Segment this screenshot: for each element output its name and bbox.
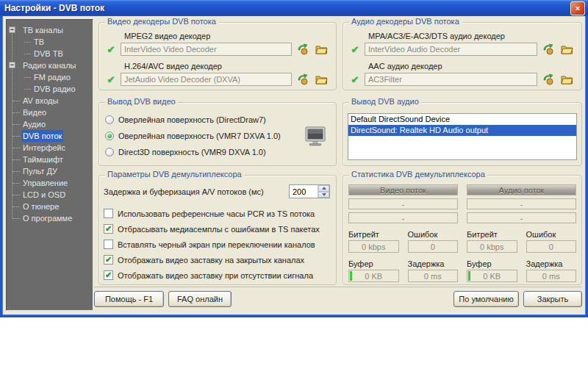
filter-properties-icon <box>297 73 309 85</box>
status-ok-icon: ✔ <box>105 74 117 85</box>
sidebar-item-control[interactable]: Управление <box>7 177 93 189</box>
sidebar-item-label[interactable]: Видео <box>21 107 48 118</box>
checkbox-splash-on-no-signal[interactable]: ✔ Отображать видео заставку при отсутств… <box>104 267 330 283</box>
h264-decoder-properties-button[interactable] <box>295 73 310 86</box>
aac-decoder-browse-button[interactable] <box>559 73 574 86</box>
sidebar-item-label[interactable]: Аудио <box>21 118 47 130</box>
checkbox-checked-icon[interactable]: ✔ <box>104 224 113 234</box>
spinner-up-button[interactable] <box>318 185 329 192</box>
help-button[interactable]: Помощь - F1 <box>94 291 164 307</box>
sidebar-item-tv[interactable]: ТВ <box>7 36 93 48</box>
faq-online-button[interactable]: FAQ онлайн <box>168 291 232 307</box>
checkbox-black-screen-on-switch[interactable]: Вставлять черный экран при переключении … <box>104 237 330 252</box>
checkbox-label[interactable]: Отображать видео заставку на закрытых ка… <box>118 256 304 265</box>
radio-label[interactable]: Оверлейная поверхность (DirectDraw7) <box>118 115 266 124</box>
radio-label[interactable]: Direct3D поверхность (VMR9 DXVA 1.0) <box>118 148 266 157</box>
mpa-decoder-properties-button[interactable] <box>541 43 556 56</box>
sidebar-item-label[interactable]: DVB ТВ <box>32 48 65 60</box>
mpa-decoder-input[interactable] <box>365 43 537 56</box>
checkbox-label[interactable]: Отбрасывать медиасемплы с ошибками в TS … <box>118 225 320 234</box>
window-title: Настройки - DVB поток <box>3 3 104 13</box>
sidebar-item-about-tuner[interactable]: О тюнере <box>7 201 93 212</box>
sidebar-item-label[interactable]: LCD и OSD <box>21 189 67 201</box>
radio-icon[interactable] <box>105 148 114 157</box>
checkbox-icon[interactable] <box>104 209 113 218</box>
audio-errors-value: 0 <box>526 240 577 253</box>
radio-directdraw7[interactable]: Оверлейная поверхность (DirectDraw7) <box>105 112 336 128</box>
sidebar-item-fm-radio[interactable]: FM радио <box>7 71 93 83</box>
sidebar-item-av-inputs[interactable]: AV входы <box>7 95 93 107</box>
open-folder-icon <box>561 44 573 54</box>
titlebar[interactable]: Настройки - DVB поток × <box>0 0 588 16</box>
sidebar-item-label[interactable]: Радио каналы <box>21 60 78 71</box>
close-button[interactable]: × <box>570 1 585 15</box>
tree: − ТВ каналы ТВ DVB ТВ − Радио каналы <box>7 24 93 224</box>
sidebar-item-video[interactable]: Видео <box>7 107 93 118</box>
sidebar-item-label[interactable]: Пульт ДУ <box>21 165 59 177</box>
collapse-icon[interactable]: − <box>9 62 15 68</box>
sidebar-item-label[interactable]: О тюнере <box>21 201 60 212</box>
checkbox-label[interactable]: Отображать видео заставку при отсутствии… <box>118 271 313 280</box>
aac-decoder-input[interactable] <box>365 73 537 86</box>
sidebar-item-label[interactable]: О программе <box>21 212 74 224</box>
defaults-button[interactable]: По умолчанию <box>453 291 519 307</box>
monitor-icon <box>305 126 327 149</box>
sidebar-item-dvb-stream[interactable]: DVB поток <box>7 130 93 142</box>
sidebar-item-label[interactable]: ТВ <box>32 36 46 48</box>
radio-icon[interactable] <box>105 115 114 124</box>
open-folder-icon <box>315 74 328 84</box>
checkbox-label[interactable]: Вставлять черный экран при переключении … <box>118 240 315 249</box>
sidebar-item-remote[interactable]: Пульт ДУ <box>7 165 93 177</box>
sidebar-item-dvb-tv[interactable]: DVB ТВ <box>7 48 93 60</box>
sidebar-item-label[interactable]: AV входы <box>21 95 60 107</box>
mpa-decoder-browse-button[interactable] <box>559 43 574 56</box>
radio-vmr7-dxva[interactable]: Оверлейная поверхность (VMR7 DXVA 1.0) <box>105 128 336 144</box>
checkbox-icon[interactable] <box>104 240 113 249</box>
mpeg2-decoder-browse-button[interactable] <box>314 43 329 56</box>
sidebar-item-radio-channels[interactable]: − Радио каналы <box>7 60 93 71</box>
checkbox-label[interactable]: Использовать референсные часы PCR из TS … <box>118 209 315 218</box>
list-item-default-device[interactable]: Default DirectSound Device <box>348 114 576 125</box>
sidebar-item-tv-channels[interactable]: − ТВ каналы <box>7 24 93 36</box>
delay-label: Задержка и буферизация A/V потоков (мс) <box>104 187 289 196</box>
delay-spinner[interactable] <box>289 184 330 198</box>
buffer-label: Буфер <box>348 259 399 268</box>
sidebar-item-label[interactable]: DVB радио <box>32 83 77 95</box>
sidebar-item-interface[interactable]: Интерфейс <box>7 142 93 154</box>
radio-label[interactable]: Оверлейная поверхность (VMR7 DXVA 1.0) <box>118 132 281 140</box>
sidebar-item-label[interactable]: Интерфейс <box>21 142 67 154</box>
down-arrow-icon <box>322 193 326 196</box>
checkbox-checked-icon[interactable]: ✔ <box>104 270 113 280</box>
h264-decoder-input[interactable] <box>121 73 292 86</box>
checkbox-pcr-clock[interactable]: Использовать референсные часы PCR из TS … <box>104 206 330 221</box>
sidebar-item-lcd-osd[interactable]: LCD и OSD <box>7 189 93 201</box>
collapse-icon[interactable]: − <box>9 26 15 33</box>
tree-connector <box>24 42 31 43</box>
radio-direct3d-vmr9[interactable]: Direct3D поверхность (VMR9 DXVA 1.0) <box>105 144 336 160</box>
mpeg2-decoder-properties-button[interactable] <box>295 43 310 56</box>
sidebar-item-label[interactable]: DVB поток <box>21 130 63 142</box>
mpeg2-decoder-input[interactable] <box>121 43 292 56</box>
sidebar-item-label[interactable]: Управление <box>21 177 69 189</box>
video-errors-value: 0 <box>408 240 459 253</box>
checkbox-checked-icon[interactable]: ✔ <box>104 255 113 265</box>
h264-decoder-browse-button[interactable] <box>314 73 329 86</box>
radio-selected-icon[interactable] <box>105 132 114 140</box>
spinner-down-button[interactable] <box>318 192 329 198</box>
close-dialog-button[interactable]: Закрыть <box>523 291 582 307</box>
checkbox-drop-errored-samples[interactable]: ✔ Отбрасывать медиасемплы с ошибками в T… <box>104 221 330 237</box>
sidebar-item-label[interactable]: ТВ каналы <box>21 24 65 36</box>
sidebar-item-about-program[interactable]: О программе <box>7 212 93 224</box>
sidebar-item-audio[interactable]: Аудио <box>7 118 93 130</box>
tree-connector <box>12 206 20 207</box>
delay-stat-label: Задержка <box>408 259 459 268</box>
sidebar-item-dvb-radio[interactable]: DVB радио <box>7 83 93 95</box>
sidebar-item-label[interactable]: FM радио <box>32 71 72 83</box>
audio-device-list[interactable]: Default DirectSound Device DirectSound: … <box>348 113 577 160</box>
checkbox-splash-on-scrambled[interactable]: ✔ Отображать видео заставку на закрытых … <box>104 252 330 267</box>
sidebar-item-label[interactable]: Таймшифт <box>21 154 65 165</box>
list-item-realtek-device[interactable]: DirectSound: Realtek HD Audio output <box>348 125 576 136</box>
sidebar-item-timeshift[interactable]: Таймшифт <box>7 154 93 165</box>
aac-decoder-properties-button[interactable] <box>541 73 556 86</box>
delay-input[interactable] <box>290 185 318 198</box>
